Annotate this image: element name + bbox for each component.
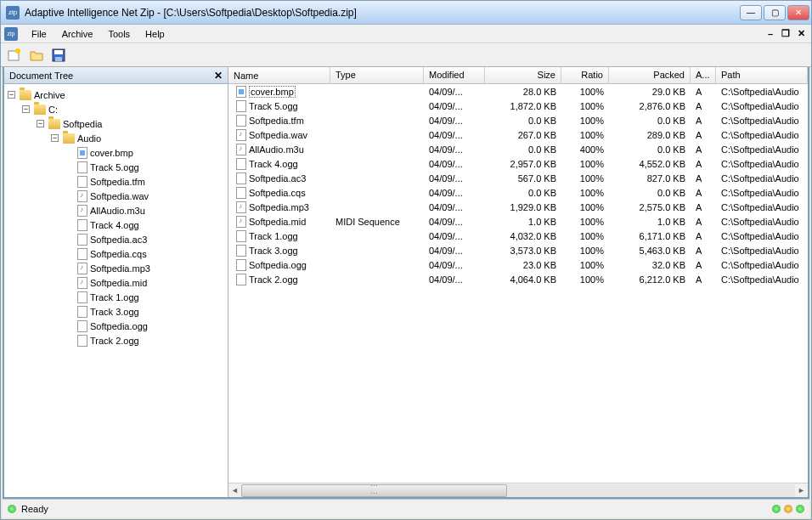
tree-file[interactable]: Track 3.ogg xyxy=(8,304,224,319)
minimize-button[interactable]: — xyxy=(740,5,762,20)
tree-file[interactable]: Softpedia.mp3 xyxy=(8,261,224,275)
tree-label: Track 1.ogg xyxy=(90,292,139,302)
file-icon xyxy=(236,86,246,98)
scroll-track[interactable] xyxy=(241,484,795,497)
mdi-restore-button[interactable]: ❐ xyxy=(779,28,792,40)
col-ratio[interactable]: Ratio xyxy=(561,67,609,83)
tree-archive[interactable]: −Archive xyxy=(8,88,224,102)
content-area: Document Tree ✕ −Archive−C:−Softpedia−Au… xyxy=(3,67,809,499)
file-icon xyxy=(77,176,87,188)
cell-name: cover.bmp xyxy=(228,86,330,98)
table-row[interactable]: Softpedia.wav04/09/...267.0 KB100%289.0 … xyxy=(228,127,808,142)
horizontal-scrollbar[interactable]: ◄ ► xyxy=(228,483,808,497)
svg-rect-4 xyxy=(55,57,62,61)
col-type[interactable]: Type xyxy=(330,67,424,83)
col-packed[interactable]: Packed xyxy=(609,67,691,83)
cell-packed: 2,575.0 KB xyxy=(609,202,691,212)
table-row[interactable]: Track 3.ogg04/09/...3,573.0 KB100%5,463.… xyxy=(228,243,808,257)
table-row[interactable]: Track 1.ogg04/09/...4,032.0 KB100%6,171.… xyxy=(228,229,808,243)
tree-file[interactable]: Track 4.ogg xyxy=(8,218,224,232)
table-row[interactable]: cover.bmp04/09/...28.0 KB100%29.0 KBAC:\… xyxy=(228,84,808,99)
scroll-left-arrow[interactable]: ◄ xyxy=(228,484,241,497)
tree-label: Softpedia.wav xyxy=(90,191,149,201)
cell-size: 3,573.0 KB xyxy=(485,246,561,256)
col-name[interactable]: Name xyxy=(228,67,330,83)
col-modified[interactable]: Modified xyxy=(424,67,485,83)
tree-drive[interactable]: −C: xyxy=(8,102,224,116)
tree-file[interactable]: Softpedia.ac3 xyxy=(8,232,224,246)
window-title: Adaptive Intelligence Net Zip - [C:\User… xyxy=(23,7,740,19)
svg-point-1 xyxy=(15,48,20,54)
sidebar-close-button[interactable]: ✕ xyxy=(214,70,223,82)
document-tree[interactable]: −Archive−C:−Softpedia−Audiocover.bmpTrac… xyxy=(4,84,228,497)
tree-label: Softpedia.mid xyxy=(90,278,147,288)
cell-name: Softpedia.tfm xyxy=(228,115,330,127)
col-size[interactable]: Size xyxy=(485,67,561,83)
tree-file[interactable]: Track 2.ogg xyxy=(8,333,224,348)
close-button[interactable]: ✕ xyxy=(787,5,809,20)
status-text: Ready xyxy=(21,504,48,514)
cell-modified: 04/09/... xyxy=(424,217,485,227)
status-dot-green2 xyxy=(796,505,804,513)
table-row[interactable]: Track 4.ogg04/09/...2,957.0 KB100%4,552.… xyxy=(228,156,808,171)
cell-name: Track 1.ogg xyxy=(228,230,330,242)
table-row[interactable]: Softpedia.midMIDI Sequence04/09/...1.0 K… xyxy=(228,214,808,229)
menu-file[interactable]: File xyxy=(25,26,54,42)
tree-file[interactable]: Softpedia.ogg xyxy=(8,319,224,333)
cell-ratio: 100% xyxy=(561,188,609,198)
table-row[interactable]: AllAudio.m3u04/09/...0.0 KB400%0.0 KBAC:… xyxy=(228,142,808,156)
file-icon xyxy=(77,320,87,332)
tree-file[interactable]: Track 5.ogg xyxy=(8,160,224,174)
menu-archive[interactable]: Archive xyxy=(55,26,100,42)
table-row[interactable]: Track 5.ogg04/09/...1,872.0 KB100%2,876.… xyxy=(228,99,808,113)
mdi-close-button[interactable]: ✕ xyxy=(794,28,808,40)
menu-tools[interactable]: Tools xyxy=(101,26,137,42)
table-row[interactable]: Track 2.ogg04/09/...4,064.0 KB100%6,212.… xyxy=(228,272,808,286)
tree-file[interactable]: Softpedia.tfm xyxy=(8,174,224,189)
col-attributes[interactable]: A... xyxy=(691,67,716,83)
new-archive-button[interactable] xyxy=(6,47,23,64)
scroll-right-arrow[interactable]: ► xyxy=(795,484,808,497)
cell-path: C:\Softpedia\Audio xyxy=(716,202,808,212)
tree-folder-audio[interactable]: −Audio xyxy=(8,131,224,145)
cell-packed: 5,463.0 KB xyxy=(609,246,691,256)
scroll-thumb[interactable] xyxy=(241,484,507,497)
expander-icon[interactable]: − xyxy=(37,120,44,127)
expander-icon[interactable]: − xyxy=(22,105,30,113)
tree-folder-softpedia[interactable]: −Softpedia xyxy=(8,116,224,131)
save-button[interactable] xyxy=(50,47,67,64)
tree-file[interactable]: Softpedia.wav xyxy=(8,189,224,203)
tree-file[interactable]: Track 1.ogg xyxy=(8,290,224,304)
cell-ratio: 100% xyxy=(561,87,609,97)
cell-packed: 289.0 KB xyxy=(609,130,691,140)
table-row[interactable]: Softpedia.ogg04/09/...23.0 KB100%32.0 KB… xyxy=(228,257,808,272)
tree-label: Track 4.ogg xyxy=(90,220,139,230)
maximize-button[interactable]: ▢ xyxy=(764,5,786,20)
col-path[interactable]: Path xyxy=(716,67,808,83)
menu-help[interactable]: Help xyxy=(138,26,172,42)
table-row[interactable]: Softpedia.mp304/09/...1,929.0 KB100%2,57… xyxy=(228,200,808,214)
open-button[interactable] xyxy=(28,47,45,64)
cell-path: C:\Softpedia\Audio xyxy=(716,260,808,270)
tree-file[interactable]: cover.bmp xyxy=(8,145,224,160)
tree-label: Softpedia.ac3 xyxy=(90,235,147,245)
mdi-minimize-button[interactable]: – xyxy=(764,28,777,40)
list-body[interactable]: cover.bmp04/09/...28.0 KB100%29.0 KBAC:\… xyxy=(228,84,808,483)
table-row[interactable]: Softpedia.ac304/09/...567.0 KB100%827.0 … xyxy=(228,171,808,185)
cell-packed: 32.0 KB xyxy=(609,260,691,270)
titlebar[interactable]: zip Adaptive Intelligence Net Zip - [C:\… xyxy=(1,1,811,25)
cell-attributes: A xyxy=(691,274,716,285)
tree-file[interactable]: Softpedia.mid xyxy=(8,275,224,290)
svg-rect-3 xyxy=(54,50,63,54)
sidebar-header: Document Tree ✕ xyxy=(4,67,228,84)
expander-icon[interactable]: − xyxy=(51,134,59,142)
table-row[interactable]: Softpedia.cqs04/09/...0.0 KB100%0.0 KBAC… xyxy=(228,185,808,200)
cell-attributes: A xyxy=(691,217,716,227)
tree-file[interactable]: AllAudio.m3u xyxy=(8,203,224,218)
cell-attributes: A xyxy=(691,202,716,212)
table-row[interactable]: Softpedia.tfm04/09/...0.0 KB100%0.0 KBAC… xyxy=(228,113,808,127)
tree-file[interactable]: Softpedia.cqs xyxy=(8,246,224,261)
mdi-icon[interactable]: zip xyxy=(4,27,18,41)
expander-icon[interactable]: − xyxy=(8,91,15,99)
cell-ratio: 100% xyxy=(561,202,609,212)
